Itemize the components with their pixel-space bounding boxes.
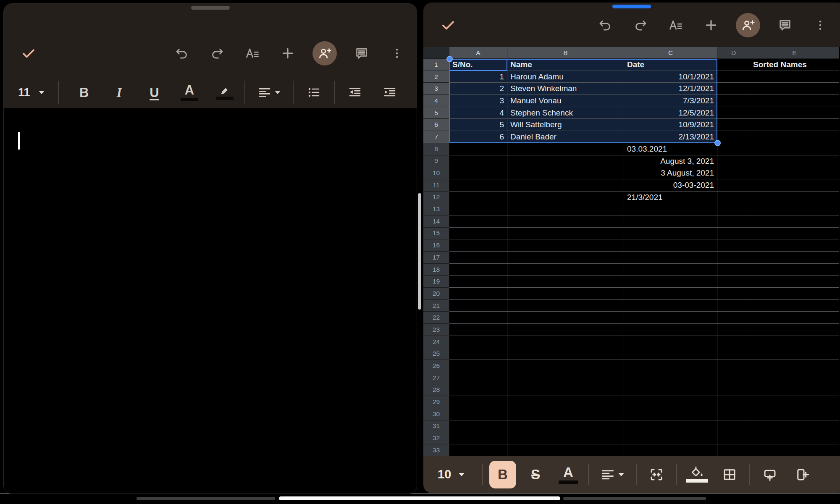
cell-C3[interactable]: 12/1/2021: [624, 83, 717, 95]
splitview-divider-handle[interactable]: [418, 193, 421, 310]
spreadsheet-grid[interactable]: ABCDE1S/No.NameDateSorted Names21Haroun …: [423, 47, 840, 456]
cell-B22[interactable]: [507, 312, 624, 324]
cell-B6[interactable]: Will Sattelberg: [507, 119, 624, 131]
column-header-A[interactable]: A: [449, 47, 507, 59]
cell-D11[interactable]: [717, 179, 750, 192]
cell-E29[interactable]: [750, 396, 839, 408]
cell-D18[interactable]: [717, 264, 750, 276]
bulleted-list-button[interactable]: [296, 79, 331, 106]
cell-C23[interactable]: [624, 324, 717, 336]
cell-C7[interactable]: 2/13/2021: [624, 131, 717, 143]
italic-button[interactable]: I: [102, 79, 137, 106]
undo-button[interactable]: [175, 46, 189, 60]
cell-E24[interactable]: [750, 336, 839, 348]
cell-A25[interactable]: [449, 348, 507, 360]
cell-C26[interactable]: [624, 360, 717, 372]
row-header-20[interactable]: 20: [423, 288, 449, 300]
bold-button[interactable]: B: [489, 461, 516, 488]
sheets-window-drag-handle[interactable]: [612, 5, 651, 8]
docs-window-drag-handle[interactable]: [191, 6, 230, 10]
cell-E14[interactable]: [750, 215, 839, 228]
selection-handle-bottom-right[interactable]: [714, 140, 721, 146]
row-header-25[interactable]: 25: [423, 348, 449, 360]
cell-C12[interactable]: 21/3/2021: [624, 192, 717, 204]
cell-E32[interactable]: [750, 432, 839, 444]
cell-C21[interactable]: [624, 300, 717, 312]
column-header-B[interactable]: B: [507, 47, 624, 59]
cell-A2[interactable]: 1: [449, 71, 507, 83]
cell-D4[interactable]: [717, 95, 750, 107]
bold-button[interactable]: B: [66, 79, 102, 106]
cell-D9[interactable]: [717, 155, 750, 168]
cell-D17[interactable]: [717, 252, 750, 264]
text-format-button[interactable]: [245, 46, 260, 60]
row-header-4[interactable]: 4: [423, 95, 449, 107]
cell-E27[interactable]: [750, 372, 839, 384]
cell-A3[interactable]: 2: [449, 83, 507, 95]
cell-A10[interactable]: [449, 167, 507, 179]
cell-C18[interactable]: [624, 264, 717, 276]
cell-C16[interactable]: [624, 239, 717, 252]
cell-B33[interactable]: [507, 444, 624, 456]
cell-A19[interactable]: [449, 276, 507, 288]
cell-C10[interactable]: 3 August, 2021: [624, 167, 717, 179]
cell-C13[interactable]: [624, 203, 717, 215]
cell-E33[interactable]: [750, 444, 839, 456]
row-header-2[interactable]: 2: [423, 71, 449, 83]
cell-D5[interactable]: [717, 107, 750, 119]
merge-cells-button[interactable]: [640, 461, 673, 488]
row-header-10[interactable]: 10: [423, 167, 449, 179]
row-header-33[interactable]: 33: [423, 444, 449, 456]
more-button[interactable]: [390, 46, 404, 60]
add-people-button[interactable]: [736, 13, 760, 37]
row-header-24[interactable]: 24: [423, 336, 449, 348]
cell-A14[interactable]: [449, 215, 507, 228]
cell-A17[interactable]: [449, 252, 507, 264]
cell-B28[interactable]: [507, 384, 624, 396]
row-header-31[interactable]: 31: [423, 420, 449, 433]
cell-A31[interactable]: [449, 420, 507, 433]
add-column-button[interactable]: [786, 461, 819, 488]
row-header-17[interactable]: 17: [423, 252, 449, 264]
cell-E13[interactable]: [750, 203, 839, 215]
cell-D8[interactable]: [717, 143, 750, 155]
cell-D22[interactable]: [717, 312, 750, 324]
row-header-19[interactable]: 19: [423, 276, 449, 288]
cell-E6[interactable]: [750, 119, 839, 131]
cell-B10[interactable]: [507, 167, 624, 179]
column-header-C[interactable]: C: [624, 47, 717, 59]
cell-A29[interactable]: [449, 396, 507, 408]
cell-A9[interactable]: [449, 155, 507, 168]
cell-D32[interactable]: [717, 432, 750, 444]
cell-E15[interactable]: [750, 228, 839, 240]
row-header-30[interactable]: 30: [423, 408, 449, 420]
row-header-15[interactable]: 15: [423, 228, 449, 240]
cell-D7[interactable]: [717, 131, 750, 143]
cell-E7[interactable]: [750, 131, 839, 143]
cell-A18[interactable]: [449, 264, 507, 276]
cell-B25[interactable]: [507, 348, 624, 360]
cell-E26[interactable]: [750, 360, 839, 372]
cell-C15[interactable]: [624, 228, 717, 240]
cell-C24[interactable]: [624, 336, 717, 348]
cell-D30[interactable]: [717, 408, 750, 420]
cell-B30[interactable]: [507, 408, 624, 420]
cell-B4[interactable]: Manuel Vonau: [507, 95, 624, 107]
cell-B18[interactable]: [507, 264, 624, 276]
row-header-32[interactable]: 32: [423, 432, 449, 444]
select-all-corner[interactable]: [423, 47, 449, 59]
cell-C29[interactable]: [624, 396, 717, 408]
cell-E16[interactable]: [750, 239, 839, 252]
row-header-27[interactable]: 27: [423, 372, 449, 384]
cell-B3[interactable]: Steven Winkelman: [507, 83, 624, 95]
row-header-5[interactable]: 5: [423, 107, 449, 119]
cell-B12[interactable]: [507, 192, 624, 204]
cell-B9[interactable]: [507, 155, 624, 168]
cell-D14[interactable]: [717, 215, 750, 228]
cell-E11[interactable]: [750, 179, 839, 192]
cell-E5[interactable]: [750, 107, 839, 119]
row-header-8[interactable]: 8: [423, 143, 449, 155]
indent-increase-button[interactable]: [372, 79, 407, 106]
comments-button[interactable]: [354, 46, 369, 60]
cell-E23[interactable]: [750, 324, 839, 336]
